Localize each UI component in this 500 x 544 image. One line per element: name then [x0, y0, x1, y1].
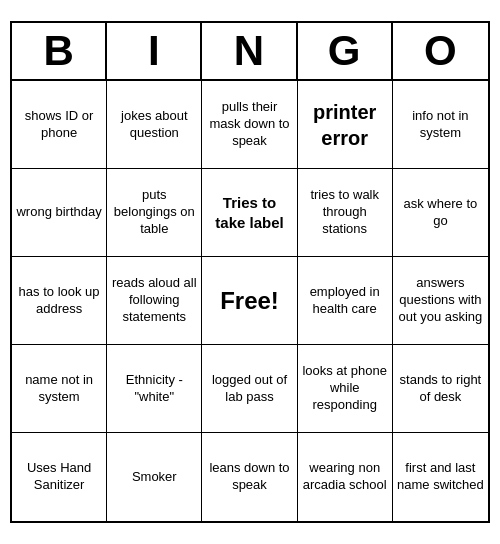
- bingo-cell-24: first and last name switched: [393, 433, 488, 521]
- bingo-cell-text-21: Smoker: [132, 469, 177, 486]
- bingo-cell-8: tries to walk through stations: [298, 169, 393, 257]
- header-letter-I: I: [107, 23, 202, 79]
- bingo-cell-text-3: printer error: [302, 99, 388, 151]
- bingo-cell-text-22: leans down to speak: [206, 460, 292, 494]
- bingo-cell-text-13: employed in health care: [302, 284, 388, 318]
- bingo-cell-text-7: Tries to take label: [206, 193, 292, 232]
- bingo-cell-text-8: tries to walk through stations: [302, 187, 388, 238]
- bingo-cell-text-18: looks at phone while responding: [302, 363, 388, 414]
- bingo-cell-text-19: stands to right of desk: [397, 372, 484, 406]
- bingo-cell-14: answers questions with out you asking: [393, 257, 488, 345]
- bingo-cell-text-20: Uses Hand Sanitizer: [16, 460, 102, 494]
- bingo-cell-11: reads aloud all following statements: [107, 257, 202, 345]
- bingo-cell-20: Uses Hand Sanitizer: [12, 433, 107, 521]
- bingo-cell-16: Ethnicity - "white": [107, 345, 202, 433]
- bingo-cell-2: pulls their mask down to speak: [202, 81, 297, 169]
- bingo-cell-7: Tries to take label: [202, 169, 297, 257]
- bingo-cell-3: printer error: [298, 81, 393, 169]
- bingo-cell-10: has to look up address: [12, 257, 107, 345]
- bingo-cell-text-24: first and last name switched: [397, 460, 484, 494]
- bingo-cell-text-5: wrong birthday: [16, 204, 101, 221]
- bingo-cell-17: logged out of lab pass: [202, 345, 297, 433]
- bingo-cell-9: ask where to go: [393, 169, 488, 257]
- bingo-cell-18: looks at phone while responding: [298, 345, 393, 433]
- bingo-cell-text-1: jokes about question: [111, 108, 197, 142]
- bingo-cell-text-6: puts belongings on table: [111, 187, 197, 238]
- bingo-grid: shows ID or phonejokes about questionpul…: [12, 81, 488, 521]
- bingo-cell-text-2: pulls their mask down to speak: [206, 99, 292, 150]
- bingo-card: BINGO shows ID or phonejokes about quest…: [10, 21, 490, 523]
- bingo-cell-text-17: logged out of lab pass: [206, 372, 292, 406]
- bingo-cell-21: Smoker: [107, 433, 202, 521]
- bingo-cell-text-14: answers questions with out you asking: [397, 275, 484, 326]
- bingo-header: BINGO: [12, 23, 488, 81]
- bingo-cell-12: Free!: [202, 257, 297, 345]
- bingo-cell-text-4: info not in system: [397, 108, 484, 142]
- bingo-cell-text-12: Free!: [220, 285, 279, 316]
- bingo-cell-text-16: Ethnicity - "white": [111, 372, 197, 406]
- bingo-cell-5: wrong birthday: [12, 169, 107, 257]
- bingo-cell-1: jokes about question: [107, 81, 202, 169]
- bingo-cell-text-10: has to look up address: [16, 284, 102, 318]
- bingo-cell-15: name not in system: [12, 345, 107, 433]
- bingo-cell-13: employed in health care: [298, 257, 393, 345]
- bingo-cell-6: puts belongings on table: [107, 169, 202, 257]
- bingo-cell-22: leans down to speak: [202, 433, 297, 521]
- bingo-cell-23: wearing non arcadia school: [298, 433, 393, 521]
- bingo-cell-4: info not in system: [393, 81, 488, 169]
- header-letter-G: G: [298, 23, 393, 79]
- bingo-cell-text-9: ask where to go: [397, 196, 484, 230]
- header-letter-B: B: [12, 23, 107, 79]
- bingo-cell-text-15: name not in system: [16, 372, 102, 406]
- bingo-cell-text-23: wearing non arcadia school: [302, 460, 388, 494]
- bingo-cell-0: shows ID or phone: [12, 81, 107, 169]
- bingo-cell-text-0: shows ID or phone: [16, 108, 102, 142]
- bingo-cell-text-11: reads aloud all following statements: [111, 275, 197, 326]
- header-letter-N: N: [202, 23, 297, 79]
- header-letter-O: O: [393, 23, 488, 79]
- bingo-cell-19: stands to right of desk: [393, 345, 488, 433]
